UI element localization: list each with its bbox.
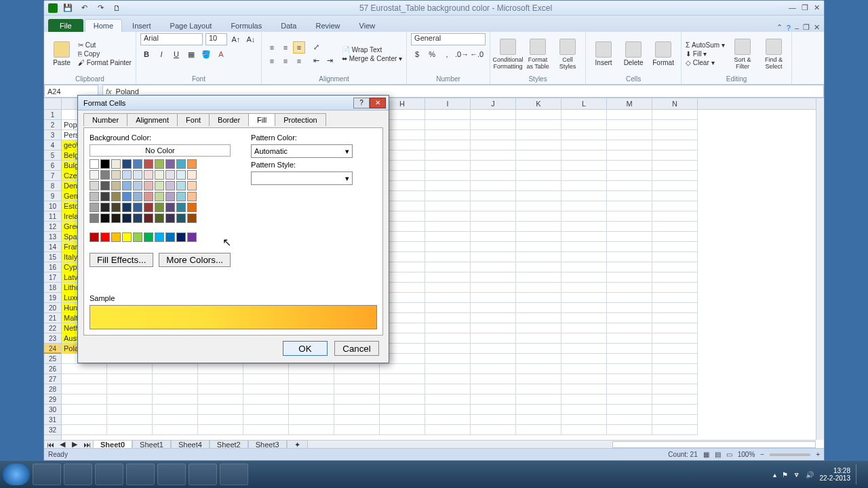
dlg-tab-number[interactable]: Number [83, 113, 127, 126]
cell[interactable] [243, 384, 289, 394]
cell[interactable] [471, 150, 516, 161]
grow-font-icon[interactable]: A↑ [230, 33, 242, 45]
row-header[interactable]: 28 [44, 384, 61, 394]
color-swatch[interactable] [122, 181, 132, 190]
align-right-icon[interactable]: ≡ [293, 55, 305, 67]
cell[interactable] [380, 384, 425, 394]
cell[interactable] [471, 293, 516, 303]
pattern-color-select[interactable]: Automatic▾ [251, 144, 353, 158]
paste-button[interactable]: Paste [48, 41, 75, 66]
cell[interactable] [561, 313, 607, 323]
cell[interactable] [516, 374, 561, 384]
cell[interactable] [425, 181, 471, 191]
cell[interactable] [652, 323, 698, 333]
tray-time[interactable]: 13:28 [819, 467, 850, 474]
format-cells-button[interactable]: Format [650, 41, 677, 66]
cell[interactable] [652, 140, 698, 150]
cell[interactable] [607, 232, 652, 242]
cell[interactable] [62, 425, 107, 435]
doc-restore-icon[interactable]: ❐ [803, 23, 810, 32]
color-swatch[interactable] [90, 214, 99, 223]
cell[interactable] [607, 222, 652, 232]
cell[interactable] [652, 120, 698, 130]
cell[interactable] [425, 110, 471, 120]
undo-icon[interactable]: ↶ [78, 2, 90, 14]
no-color-button[interactable]: No Color [90, 144, 231, 157]
color-swatch[interactable] [165, 170, 175, 180]
row-header[interactable]: 11 [44, 211, 61, 222]
cell[interactable] [652, 252, 698, 262]
cell[interactable] [471, 364, 516, 374]
cell[interactable] [471, 425, 516, 435]
tab-nav-prev-icon[interactable]: ◀ [56, 439, 68, 449]
cell[interactable] [243, 405, 289, 415]
cell[interactable] [607, 384, 652, 394]
cell[interactable] [425, 394, 471, 405]
cell[interactable] [516, 222, 561, 232]
minimize-button[interactable]: — [789, 3, 796, 12]
cell[interactable] [516, 344, 561, 354]
row-header[interactable]: 16 [44, 262, 61, 272]
cell[interactable] [62, 384, 107, 394]
color-swatch[interactable] [133, 203, 142, 212]
cell[interactable] [652, 354, 698, 364]
row-header[interactable]: 21 [44, 313, 61, 323]
color-swatch[interactable] [144, 181, 153, 190]
row-header[interactable]: 7 [44, 171, 61, 181]
cell[interactable] [380, 415, 425, 425]
dlg-tab-protection[interactable]: Protection [275, 113, 326, 126]
fx-icon[interactable]: fx [106, 87, 112, 96]
cell[interactable] [607, 120, 652, 130]
cell[interactable] [471, 344, 516, 354]
cell[interactable] [425, 140, 471, 150]
row-header[interactable]: 20 [44, 303, 61, 313]
cell[interactable] [561, 344, 607, 354]
cell[interactable] [380, 394, 425, 405]
cell[interactable] [516, 140, 561, 150]
sheet-tab-sheet2[interactable]: Sheet2 [210, 440, 248, 449]
cell[interactable] [243, 394, 289, 405]
cell[interactable] [607, 161, 652, 171]
select-all-corner[interactable] [44, 98, 62, 110]
comma-icon[interactable]: , [441, 48, 453, 60]
cell[interactable] [516, 313, 561, 323]
row-header[interactable]: 25 [44, 354, 61, 364]
align-center-icon[interactable]: ≡ [279, 55, 292, 67]
cell[interactable] [107, 405, 153, 415]
new-icon[interactable]: 🗋 [111, 2, 123, 14]
cell[interactable] [107, 374, 153, 384]
borders-button[interactable]: ▦ [185, 48, 197, 60]
row-header[interactable]: 12 [44, 222, 61, 232]
sheet-tab-sheet3[interactable]: Sheet3 [248, 440, 287, 449]
color-swatch[interactable] [111, 192, 121, 201]
cell[interactable] [153, 374, 198, 384]
cell[interactable] [153, 364, 198, 374]
row-header[interactable]: 3 [44, 130, 61, 140]
cell[interactable] [561, 272, 607, 283]
insert-cells-button[interactable]: Insert [590, 41, 617, 66]
color-swatch[interactable] [176, 181, 186, 190]
cell[interactable] [107, 425, 153, 435]
cell[interactable] [561, 211, 607, 222]
cell[interactable] [607, 354, 652, 364]
zoom-in-icon[interactable]: + [816, 451, 820, 458]
color-swatch[interactable] [176, 203, 186, 212]
cell[interactable] [652, 405, 698, 415]
row-header[interactable]: 26 [44, 364, 61, 374]
cell[interactable] [425, 191, 471, 201]
color-swatch[interactable] [133, 181, 142, 190]
cell[interactable] [153, 415, 198, 425]
cell[interactable] [652, 130, 698, 140]
cell[interactable] [652, 201, 698, 211]
cell[interactable] [471, 232, 516, 242]
maximize-button[interactable]: ❐ [802, 3, 808, 12]
cell[interactable] [425, 333, 471, 344]
color-swatch[interactable] [155, 170, 164, 180]
font-name-select[interactable]: Arial [140, 33, 203, 45]
sheet-tab-sheet4[interactable]: Sheet4 [171, 440, 210, 449]
color-swatch[interactable] [100, 192, 110, 201]
cell[interactable] [471, 181, 516, 191]
cell[interactable] [516, 333, 561, 344]
cell[interactable] [607, 405, 652, 415]
color-swatch[interactable] [122, 203, 132, 212]
